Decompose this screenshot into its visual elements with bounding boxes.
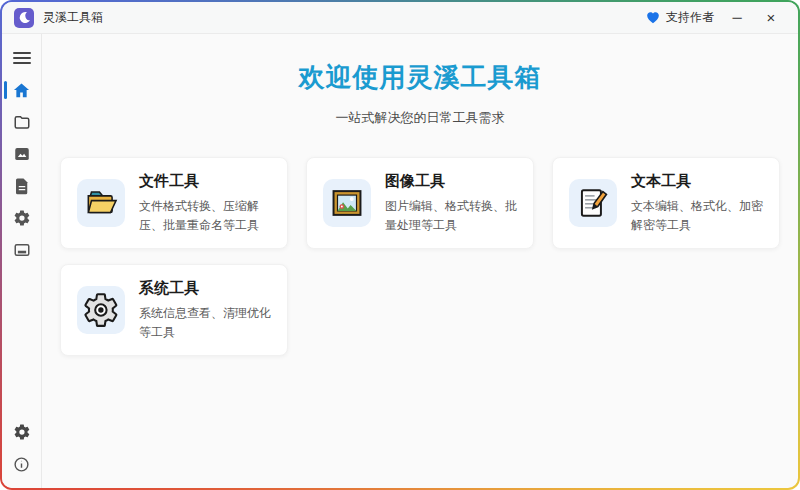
titlebar-controls: 支持作者 ─ × bbox=[640, 5, 788, 31]
sidebar-item-panel[interactable] bbox=[2, 235, 42, 265]
card-title: 图像工具 bbox=[385, 172, 517, 191]
gear-icon bbox=[13, 209, 31, 227]
memo-pencil-icon bbox=[569, 179, 617, 227]
titlebar: 灵溪工具箱 支持作者 ─ × bbox=[2, 2, 798, 34]
minimize-button[interactable]: ─ bbox=[720, 5, 754, 31]
sidebar-item-files[interactable] bbox=[2, 107, 42, 137]
folder-icon bbox=[13, 113, 31, 131]
card-title: 文件工具 bbox=[139, 172, 271, 191]
hamburger-icon bbox=[13, 50, 31, 66]
home-icon bbox=[12, 81, 31, 100]
sidebar-item-system[interactable] bbox=[2, 203, 42, 233]
menu-toggle-button[interactable] bbox=[2, 43, 42, 73]
document-icon bbox=[14, 177, 30, 195]
card-file-tools[interactable]: 文件工具 文件格式转换、压缩解压、批量重命名等工具 bbox=[60, 157, 288, 249]
open-folder-icon bbox=[77, 179, 125, 227]
framed-picture-icon bbox=[323, 179, 371, 227]
support-author-button[interactable]: 支持作者 bbox=[640, 5, 720, 30]
app-logo-moon-icon bbox=[14, 8, 34, 28]
panel-icon bbox=[13, 241, 31, 259]
sidebar-item-images[interactable] bbox=[2, 139, 42, 169]
gear-icon bbox=[77, 286, 125, 334]
sidebar-settings-button[interactable] bbox=[2, 417, 42, 447]
page-title: 欢迎使用灵溪工具箱 bbox=[42, 60, 798, 95]
card-text: 文本工具 文本编辑、格式化、加密解密等工具 bbox=[631, 172, 763, 234]
heart-icon bbox=[646, 11, 660, 24]
content-row: 欢迎使用灵溪工具箱 一站式解决您的日常工具需求 文件工具 bbox=[2, 34, 798, 488]
page-subtitle: 一站式解决您的日常工具需求 bbox=[42, 109, 798, 127]
close-button[interactable]: × bbox=[754, 5, 788, 31]
card-description: 文件格式转换、压缩解压、批量重命名等工具 bbox=[139, 197, 271, 234]
card-text: 系统工具 系统信息查看、清理优化等工具 bbox=[139, 279, 271, 341]
card-text: 图像工具 图片编辑、格式转换、批量处理等工具 bbox=[385, 172, 517, 234]
sidebar-item-home[interactable] bbox=[2, 75, 42, 105]
card-title: 文本工具 bbox=[631, 172, 763, 191]
card-system-tools[interactable]: 系统工具 系统信息查看、清理优化等工具 bbox=[60, 264, 288, 356]
card-image-tools[interactable]: 图像工具 图片编辑、格式转换、批量处理等工具 bbox=[306, 157, 534, 249]
support-author-label: 支持作者 bbox=[666, 9, 714, 26]
tool-card-grid: 文件工具 文件格式转换、压缩解压、批量重命名等工具 bbox=[42, 157, 798, 356]
info-icon bbox=[13, 456, 30, 473]
sidebar-item-text[interactable] bbox=[2, 171, 42, 201]
sidebar-about-button[interactable] bbox=[2, 449, 42, 479]
card-description: 图片编辑、格式转换、批量处理等工具 bbox=[385, 197, 517, 234]
sidebar bbox=[2, 34, 42, 488]
card-description: 系统信息查看、清理优化等工具 bbox=[139, 304, 271, 341]
settings-icon bbox=[13, 423, 31, 441]
app-window: 灵溪工具箱 支持作者 ─ × bbox=[2, 2, 798, 488]
card-text: 文件工具 文件格式转换、压缩解压、批量重命名等工具 bbox=[139, 172, 271, 234]
image-icon bbox=[13, 145, 31, 163]
card-description: 文本编辑、格式化、加密解密等工具 bbox=[631, 197, 763, 234]
card-title: 系统工具 bbox=[139, 279, 271, 298]
main-content: 欢迎使用灵溪工具箱 一站式解决您的日常工具需求 文件工具 bbox=[42, 34, 798, 488]
window-gradient-border: 灵溪工具箱 支持作者 ─ × bbox=[0, 0, 800, 490]
card-text-tools[interactable]: 文本工具 文本编辑、格式化、加密解密等工具 bbox=[552, 157, 780, 249]
window-title: 灵溪工具箱 bbox=[43, 9, 103, 26]
